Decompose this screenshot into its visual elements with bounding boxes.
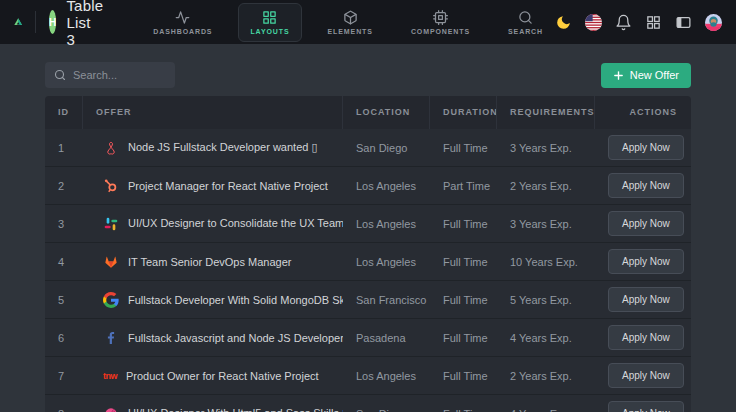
cell-duration: Full Time bbox=[430, 408, 497, 412]
nav-item-elements[interactable]: ELEMENTS bbox=[316, 3, 385, 42]
cell-requirements: 3 Years Exp. bbox=[497, 218, 595, 230]
sidebar-toggle-button[interactable] bbox=[675, 14, 692, 31]
cell-location: Los Angeles bbox=[343, 218, 430, 230]
apply-now-button[interactable]: Apply Now bbox=[608, 401, 684, 412]
offer-title: UI/UX Designer to Consolidate the UX Tea… bbox=[128, 217, 343, 230]
nav-item-dashboards[interactable]: DASHBOARDS bbox=[141, 3, 224, 42]
search-input[interactable] bbox=[73, 69, 166, 81]
notifications-button[interactable] bbox=[615, 14, 632, 31]
page-badge: H bbox=[49, 10, 57, 34]
offer-title: Product Owner for React Native Project bbox=[126, 370, 319, 382]
apply-now-button[interactable]: Apply Now bbox=[608, 249, 684, 274]
apply-now-button[interactable]: Apply Now bbox=[608, 363, 684, 388]
cell-id: 7 bbox=[45, 370, 83, 382]
toolbar: New Offer bbox=[45, 62, 691, 88]
search-icon bbox=[518, 10, 533, 25]
nav-label: SEARCH bbox=[508, 28, 543, 35]
apply-now-button[interactable]: Apply Now bbox=[608, 287, 684, 312]
cell-requirements: 5 Years Exp. bbox=[497, 294, 595, 306]
cell-offer: UI/UX Designer With Html5 and Sass Skill… bbox=[83, 406, 343, 412]
cell-id: 3 bbox=[45, 218, 83, 230]
apply-now-button[interactable]: Apply Now bbox=[608, 173, 684, 198]
cell-id: 5 bbox=[45, 294, 83, 306]
apply-now-button[interactable]: Apply Now bbox=[608, 211, 684, 236]
airbnb-icon bbox=[103, 140, 119, 156]
cell-duration: Full Time bbox=[430, 370, 497, 382]
cell-actions: Apply Now bbox=[595, 287, 691, 312]
cell-requirements: 4 Years Exp. bbox=[497, 332, 595, 344]
cell-location: San Francisco bbox=[343, 294, 430, 306]
language-flag-us[interactable] bbox=[585, 14, 602, 31]
apps-menu-button[interactable] bbox=[645, 14, 662, 31]
tnw-icon: tnw bbox=[103, 368, 117, 384]
us-flag-icon bbox=[585, 14, 602, 31]
user-avatar[interactable] bbox=[705, 14, 722, 31]
cell-id: 1 bbox=[45, 142, 83, 154]
google-icon bbox=[103, 292, 119, 308]
cell-location: Los Angeles bbox=[343, 180, 430, 192]
col-location: LOCATION bbox=[343, 96, 430, 129]
cell-duration: Full Time bbox=[430, 218, 497, 230]
box-icon bbox=[343, 10, 358, 25]
search-box[interactable] bbox=[45, 62, 175, 88]
cell-offer: Fullstack Javascript and Node JS Develop… bbox=[83, 330, 343, 346]
cell-id: 4 bbox=[45, 256, 83, 268]
table-row: 6 Fullstack Javascript and Node JS Devel… bbox=[45, 319, 691, 357]
table-row: 5 Fullstack Developer With Solid MongoDB… bbox=[45, 281, 691, 319]
top-navbar: H Table List 3 DASHBOARDS LAYOUTS ELEMEN… bbox=[0, 0, 736, 44]
app-logo-icon[interactable] bbox=[14, 9, 22, 35]
nav-label: LAYOUTS bbox=[250, 28, 289, 35]
nav-item-components[interactable]: COMPONENTS bbox=[399, 3, 482, 42]
cell-actions: Apply Now bbox=[595, 135, 691, 160]
table-row: 2 Project Manager for React Native Proje… bbox=[45, 167, 691, 205]
cell-requirements: 4 Years Exp. bbox=[497, 408, 595, 412]
dribbble-icon bbox=[103, 406, 119, 412]
table-row: 1 Node JS Fullstack Developer wanted ▯ S… bbox=[45, 129, 691, 167]
cell-duration: Full Time bbox=[430, 256, 497, 268]
sidebar-layout-icon bbox=[675, 14, 692, 31]
cell-requirements: 2 Years Exp. bbox=[497, 180, 595, 192]
col-actions: ACTIONS bbox=[595, 96, 691, 129]
cell-offer: Node JS Fullstack Developer wanted ▯ bbox=[83, 140, 343, 156]
offer-title: Fullstack Javascript and Node JS Develop… bbox=[128, 332, 343, 344]
cell-duration: Full Time bbox=[430, 332, 497, 344]
cell-actions: Apply Now bbox=[595, 249, 691, 274]
col-id: ID bbox=[45, 96, 83, 129]
cell-duration: Full Time bbox=[430, 294, 497, 306]
col-duration: DURATION bbox=[430, 96, 497, 129]
cell-offer: UI/UX Designer to Consolidate the UX Tea… bbox=[83, 216, 343, 232]
cell-id: 2 bbox=[45, 180, 83, 192]
cell-requirements: 3 Years Exp. bbox=[497, 142, 595, 154]
cpu-icon bbox=[433, 10, 448, 25]
cell-id: 6 bbox=[45, 332, 83, 344]
table-header: ID OFFER LOCATION DURATION REQUIREMENTS … bbox=[45, 96, 691, 129]
table-row: 8 UI/UX Designer With Html5 and Sass Ski… bbox=[45, 395, 691, 412]
nav-label: ELEMENTS bbox=[328, 28, 373, 35]
cell-actions: Apply Now bbox=[595, 363, 691, 388]
cell-location: Los Angeles bbox=[343, 256, 430, 268]
nav-label: DASHBOARDS bbox=[153, 28, 212, 35]
cell-actions: Apply Now bbox=[595, 325, 691, 350]
table-row: 4 IT Team Senior DevOps Manager Los Ange… bbox=[45, 243, 691, 281]
page-title: Table List 3 bbox=[66, 0, 103, 48]
offer-title: Node JS Fullstack Developer wanted ▯ bbox=[128, 141, 317, 154]
offer-title: Project Manager for React Native Project bbox=[128, 180, 328, 192]
moon-icon bbox=[555, 14, 572, 31]
grid-icon bbox=[262, 10, 277, 25]
col-offer: OFFER bbox=[83, 96, 343, 129]
cell-location: San Diego bbox=[343, 142, 430, 154]
offer-title: Fullstack Developer With Solid MongoDB S… bbox=[128, 294, 343, 306]
apply-now-button[interactable]: Apply Now bbox=[608, 325, 684, 350]
nav-item-layouts[interactable]: LAYOUTS bbox=[238, 3, 301, 42]
table-row: 7 tnw Product Owner for React Native Pro… bbox=[45, 357, 691, 395]
apply-now-button[interactable]: Apply Now bbox=[608, 135, 684, 160]
search-icon bbox=[54, 69, 66, 81]
nav-item-search[interactable]: SEARCH bbox=[496, 3, 555, 42]
new-offer-button[interactable]: New Offer bbox=[601, 63, 691, 88]
dark-mode-toggle[interactable] bbox=[555, 14, 572, 31]
nav-label: COMPONENTS bbox=[411, 28, 470, 35]
cell-offer: Project Manager for React Native Project bbox=[83, 178, 343, 194]
cell-offer: IT Team Senior DevOps Manager bbox=[83, 254, 343, 270]
cell-actions: Apply Now bbox=[595, 211, 691, 236]
gitlab-icon bbox=[103, 254, 119, 270]
